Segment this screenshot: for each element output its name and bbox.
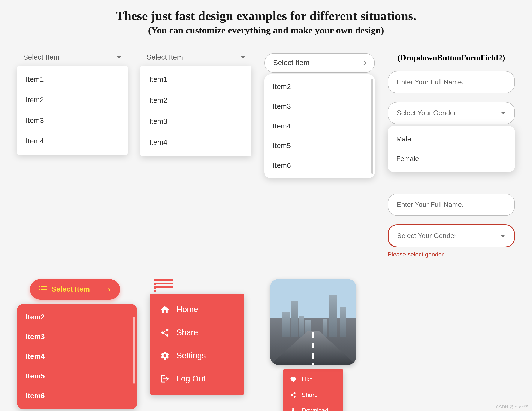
name-field[interactable]: Enter Your Full Name. <box>388 71 515 93</box>
menu-label: Settings <box>176 351 206 361</box>
list-item[interactable]: Male <box>388 129 515 149</box>
error-text: Please select gender. <box>388 251 515 258</box>
hamburger-list-icon[interactable] <box>154 279 173 288</box>
form-heading: (DropdownButtonFormField2) <box>388 53 515 63</box>
list-item[interactable]: Item3 <box>264 97 375 116</box>
chevron-down-icon <box>117 56 122 59</box>
menu-label: Log Out <box>176 374 205 383</box>
list-item[interactable]: Item4 <box>17 131 128 151</box>
list-item[interactable]: Item3 <box>17 327 137 347</box>
menu-item-home[interactable]: Home <box>150 298 244 321</box>
svg-rect-0 <box>39 286 40 287</box>
watermark: CSDN @jcLee95 <box>496 405 529 409</box>
logout-icon <box>160 374 170 383</box>
page-subtitle: (You can customize everything and make y… <box>17 25 515 36</box>
action-label: Download <box>302 407 329 411</box>
list-item[interactable]: Item6 <box>17 386 137 406</box>
image-dropdown: Like Share Download Cancel <box>270 279 378 411</box>
dropdown-panel-red: Item2 Item3 Item4 Item5 Item6 <box>17 304 137 409</box>
list-item[interactable]: Item2 <box>17 307 137 327</box>
gender-dropdown-panel: Male Female <box>388 126 515 172</box>
list-item[interactable]: Item2 <box>17 90 128 111</box>
list-item[interactable]: Item3 <box>17 111 128 131</box>
select-label: Select Your Gender <box>397 232 457 240</box>
chevron-right-icon: › <box>108 285 111 294</box>
gear-icon <box>160 351 170 361</box>
dropdown-panel: Item1 Item2 Item3 Item4 <box>17 66 128 155</box>
share-icon <box>290 392 297 398</box>
heart-icon <box>290 376 297 383</box>
action-share[interactable]: Share <box>283 387 343 402</box>
home-icon <box>160 305 170 314</box>
chevron-down-icon <box>240 56 245 59</box>
action-panel: Like Share Download Cancel <box>283 369 343 411</box>
select-label: Select Your Gender <box>397 109 456 117</box>
page-title: These just fast design examples for diff… <box>17 9 515 23</box>
svg-rect-4 <box>39 291 40 292</box>
chevron-right-icon <box>362 61 367 65</box>
select-trigger[interactable]: Select Item <box>17 53 128 62</box>
list-item[interactable]: Item4 <box>17 347 137 366</box>
dropdown-basic: Select Item Item1 Item2 Item3 Item4 <box>17 53 128 258</box>
select-trigger-red[interactable]: Select Item › <box>30 279 120 300</box>
svg-rect-3 <box>41 289 47 290</box>
svg-rect-2 <box>39 289 40 290</box>
menu-panel: Home Share Settings Log Out <box>150 294 244 395</box>
list-item[interactable]: Item5 <box>17 366 137 386</box>
list-item[interactable]: Item1 <box>17 69 128 90</box>
svg-rect-5 <box>41 291 47 292</box>
list-item[interactable]: Item2 <box>264 77 375 97</box>
dropdown-panel: Item2 Item3 Item4 Item5 Item6 <box>264 75 375 178</box>
select-label: Select Item <box>273 59 309 67</box>
gender-select[interactable]: Select Your Gender <box>388 102 515 124</box>
form-section: (DropdownButtonFormField2) Enter Your Fu… <box>388 53 515 258</box>
action-label: Share <box>302 391 318 398</box>
menu-item-logout[interactable]: Log Out <box>150 367 244 391</box>
scrollbar[interactable] <box>133 317 135 383</box>
city-image[interactable] <box>270 279 356 365</box>
dropdown-panel: Item1 Item2 Item3 Item4 <box>141 66 251 156</box>
svg-rect-1 <box>41 286 47 287</box>
action-label: Like <box>302 376 313 383</box>
menu-item-share[interactable]: Share <box>150 321 244 344</box>
menu-item-settings[interactable]: Settings <box>150 344 244 367</box>
list-item[interactable]: Item4 <box>264 116 375 136</box>
chevron-down-icon <box>500 235 505 237</box>
name-field[interactable]: Enter Your Full Name. <box>388 194 515 216</box>
list-item[interactable]: Item6 <box>264 156 375 176</box>
select-trigger[interactable]: Select Item <box>141 53 251 62</box>
placeholder-text: Enter Your Full Name. <box>397 78 464 86</box>
menu-label: Share <box>176 328 198 337</box>
download-icon <box>290 407 297 411</box>
header: These just fast design examples for diff… <box>17 9 515 36</box>
list-item[interactable]: Item3 <box>141 111 251 132</box>
action-download[interactable]: Download <box>283 402 343 411</box>
list-item[interactable]: Item5 <box>264 136 375 156</box>
list-icon <box>39 286 47 292</box>
list-item[interactable]: Item1 <box>141 69 251 90</box>
dropdown-red: Select Item › Item2 Item3 Item4 Item5 It… <box>17 279 137 409</box>
select-label: Select Item <box>51 285 90 294</box>
list-item[interactable]: Item2 <box>141 90 251 111</box>
scrollbar[interactable] <box>371 79 373 174</box>
dropdown-rounded: Select Item Item2 Item3 Item4 Item5 Item… <box>264 53 375 258</box>
select-label: Select Item <box>147 53 183 62</box>
gender-select-error[interactable]: Select Your Gender <box>388 224 515 247</box>
select-label: Select Item <box>23 53 59 62</box>
select-trigger[interactable]: Select Item <box>264 53 375 73</box>
menu-dropdown: Home Share Settings Log Out <box>150 279 258 395</box>
menu-label: Home <box>176 305 198 314</box>
placeholder-text: Enter Your Full Name. <box>397 201 464 208</box>
list-item[interactable]: Female <box>388 149 515 169</box>
dropdown-divided: Select Item Item1 Item2 Item3 Item4 <box>141 53 251 258</box>
share-icon <box>160 328 170 337</box>
chevron-down-icon <box>501 112 506 114</box>
list-item[interactable]: Item4 <box>141 132 251 153</box>
action-like[interactable]: Like <box>283 372 343 387</box>
